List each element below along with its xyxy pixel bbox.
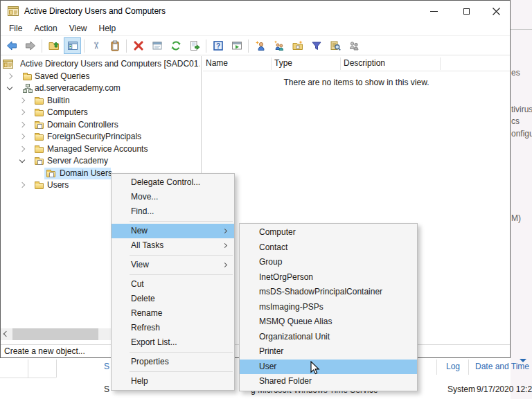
column-divider[interactable] <box>271 57 272 70</box>
new-submenu: Computer Contact Group InetOrgPerson msD… <box>239 223 418 391</box>
menu-item-label: New <box>131 226 148 236</box>
find-icon[interactable] <box>326 37 344 54</box>
chevron-down-icon[interactable] <box>7 85 12 90</box>
folder-icon <box>35 108 46 117</box>
chevron-right-icon[interactable] <box>19 146 25 152</box>
up-one-level-icon[interactable] <box>45 37 62 54</box>
submenu-item-contact[interactable]: Contact <box>240 240 417 256</box>
scroll-left-icon[interactable] <box>3 331 9 337</box>
tree-item-builtin[interactable]: Builtin <box>1 95 200 107</box>
menu-bar: File Action View Help <box>1 21 510 36</box>
tree-item-domain-controllers[interactable]: Domain Controllers <box>1 119 200 131</box>
submenu-item-msimaging-psps[interactable]: msImaging-PSPs <box>240 300 417 315</box>
maximize-icon <box>463 8 470 15</box>
tree-item-computers[interactable]: Computers <box>1 107 200 118</box>
minimize-icon <box>430 11 438 12</box>
submenu-arrow-icon <box>222 229 227 233</box>
filter-icon[interactable] <box>308 37 325 54</box>
tree-item-label: Active Directory Users and Computers [SA… <box>20 58 200 70</box>
menu-separator <box>130 221 233 222</box>
datetime-column-header[interactable]: Date and Time <box>475 362 529 371</box>
menu-item-new[interactable]: New <box>112 224 234 238</box>
submenu-item-user[interactable]: User <box>240 360 417 375</box>
menu-item-rename[interactable]: Rename <box>112 306 234 321</box>
chevron-right-icon[interactable] <box>19 98 25 103</box>
close-button[interactable] <box>484 1 508 21</box>
folder-icon <box>35 181 46 190</box>
forward-icon[interactable] <box>21 37 39 54</box>
delete-icon[interactable] <box>130 37 147 54</box>
new-organizational-unit-icon[interactable] <box>289 37 306 54</box>
chevron-right-icon[interactable] <box>7 73 12 79</box>
menu-item-move[interactable]: Move... <box>112 190 234 204</box>
tree-item-label: ad.serveracademy.com <box>35 82 121 94</box>
back-icon[interactable] <box>3 37 20 54</box>
menu-item-refresh[interactable]: Refresh <box>112 321 234 335</box>
menu-item-help[interactable]: Help <box>112 374 234 389</box>
console-icon <box>3 60 14 69</box>
background-column-line <box>56 360 57 378</box>
menu-view[interactable]: View <box>68 24 89 33</box>
maximize-button[interactable] <box>454 1 478 21</box>
minimize-button[interactable] <box>422 1 445 21</box>
submenu-item-printer[interactable]: Printer <box>240 344 417 360</box>
new-user-icon[interactable] <box>251 37 269 54</box>
tree-item-label: Domain Controllers <box>47 119 118 131</box>
menu-help[interactable]: Help <box>98 24 118 33</box>
menu-item-delete[interactable]: Delete <box>112 292 234 306</box>
show-console-tree-icon[interactable] <box>64 37 81 54</box>
tree-item-domain[interactable]: ad.serveracademy.com <box>1 82 200 94</box>
chevron-right-icon[interactable] <box>19 122 25 127</box>
refresh-icon[interactable] <box>167 37 184 54</box>
tree-item-server-academy[interactable]: Server Academy <box>1 155 200 167</box>
background-column-header: S <box>104 362 109 371</box>
chevron-right-icon[interactable] <box>19 134 25 139</box>
tree-item-saved-queries[interactable]: Saved Queries <box>1 71 200 82</box>
menu-action[interactable]: Action <box>33 24 58 33</box>
ou-folder-icon <box>46 169 57 178</box>
tree-item-managed-service-accounts[interactable]: Managed Service Accounts <box>1 143 200 155</box>
menu-separator <box>130 274 233 275</box>
column-header-description[interactable]: Description <box>344 58 385 68</box>
submenu-item-shared-folder[interactable]: Shared Folder <box>240 374 417 389</box>
menu-separator <box>130 352 233 353</box>
cut-icon[interactable]: ✂ <box>87 37 105 54</box>
column-divider[interactable] <box>340 57 341 70</box>
help-icon[interactable]: ? <box>209 37 227 54</box>
chevron-down-icon[interactable] <box>19 157 25 163</box>
menu-item-cut[interactable]: Cut <box>112 277 234 292</box>
export-list-icon[interactable] <box>186 37 203 54</box>
chevron-right-icon[interactable] <box>19 182 25 188</box>
menu-item-view[interactable]: View <box>112 258 234 272</box>
background-column-line <box>0 378 56 378</box>
submenu-item-group[interactable]: Group <box>240 255 417 270</box>
menu-separator <box>130 371 233 372</box>
submenu-item-organizational-unit[interactable]: Organizational Unit <box>240 330 417 345</box>
chevron-right-icon[interactable] <box>19 109 25 115</box>
log-column-header[interactable]: Log <box>446 362 460 371</box>
column-divider[interactable] <box>440 57 441 70</box>
tree-item-foreign-security-principals[interactable]: ForeignSecurityPrincipals <box>1 131 200 143</box>
menu-item-all-tasks[interactable]: All Tasks <box>112 238 234 253</box>
toolbar-separator <box>84 39 85 53</box>
new-group-icon[interactable] <box>270 37 287 54</box>
toolbar-separator <box>42 39 42 53</box>
paste-icon[interactable] <box>106 37 123 54</box>
properties-icon[interactable] <box>148 37 166 54</box>
menu-item-properties[interactable]: Properties <box>112 355 234 369</box>
menu-item-delegate-control[interactable]: Delegate Control... <box>112 175 234 190</box>
tree-item-root[interactable]: Active Directory Users and Computers [SA… <box>1 58 200 70</box>
submenu-item-msds-shadowprincipalcontainer[interactable]: msDS-ShadowPrincipalContainer <box>240 285 417 300</box>
menu-item-find[interactable]: Find... <box>112 204 234 219</box>
submenu-item-inetorgperson[interactable]: InetOrgPerson <box>240 270 417 285</box>
column-header-name[interactable]: Name <box>206 58 228 68</box>
column-header-type[interactable]: Type <box>274 58 292 68</box>
ou-folder-icon <box>35 157 46 166</box>
menu-item-export-list[interactable]: Export List... <box>112 335 234 350</box>
menu-file[interactable]: File <box>8 24 24 33</box>
submenu-item-computer[interactable]: Computer <box>240 225 417 240</box>
submenu-item-msmq-queue-alias[interactable]: MSMQ Queue Alias <box>240 314 417 330</box>
scrollbar-thumb[interactable] <box>12 328 98 340</box>
new-window-icon[interactable] <box>228 37 245 54</box>
advanced-features-icon[interactable] <box>345 37 362 54</box>
